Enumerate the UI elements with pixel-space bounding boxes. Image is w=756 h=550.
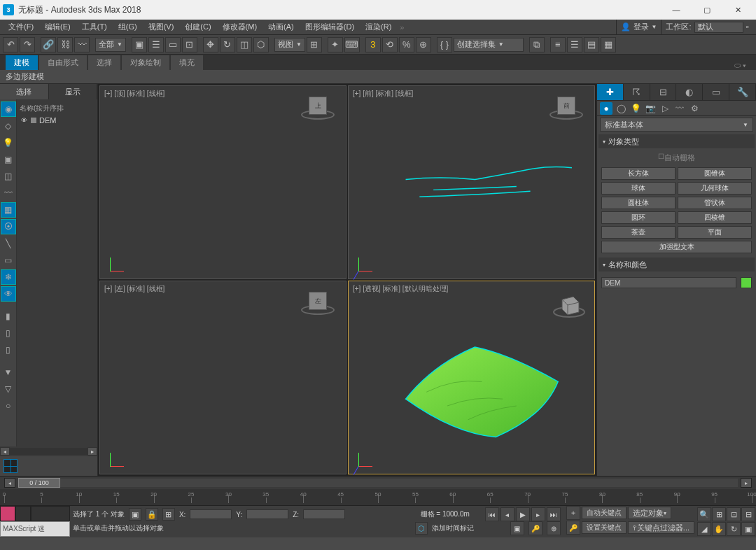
timeline-next[interactable]: ▸ bbox=[741, 478, 752, 488]
primitive-加强型文本[interactable]: 加强型文本 bbox=[601, 241, 752, 253]
visibility-icon[interactable]: 👁 bbox=[21, 117, 28, 124]
viewport-top[interactable]: [+] [顶] [标准] [线框] 上 bbox=[99, 85, 346, 279]
filter-c-icon[interactable]: ○ bbox=[1, 398, 16, 414]
auto-grid-checkbox[interactable]: ☐ 自动栅格 bbox=[601, 151, 752, 167]
percent-snap[interactable]: % bbox=[399, 37, 414, 52]
menu-item-2[interactable]: 工具(T) bbox=[76, 20, 113, 34]
goto-start[interactable]: ⏮ bbox=[485, 507, 499, 521]
menu-item-4[interactable]: 视图(V) bbox=[143, 20, 180, 34]
menu-item-5[interactable]: 创建(C) bbox=[179, 20, 216, 34]
layer-icon[interactable]: ◇ bbox=[1, 118, 16, 134]
menu-item-3[interactable]: 组(G) bbox=[113, 20, 143, 34]
ribbon-tab-select[interactable]: 选择 bbox=[88, 55, 120, 70]
fov-icon[interactable]: ◢ bbox=[697, 522, 711, 536]
primitive-长方体[interactable]: 长方体 bbox=[601, 167, 676, 180]
key-plus[interactable]: ＋ bbox=[566, 506, 580, 520]
motion-tab[interactable]: ◐ bbox=[676, 84, 703, 100]
angle-snap[interactable]: ⟲ bbox=[382, 37, 398, 52]
window-crossing[interactable]: ⊡ bbox=[182, 37, 197, 52]
light-icon[interactable]: 💡 bbox=[1, 135, 16, 150]
maxscript-listener[interactable]: MAXScript 迷 bbox=[0, 521, 70, 537]
placement-button[interactable]: ⬡ bbox=[253, 37, 269, 52]
key-set[interactable]: 🔑 bbox=[566, 521, 580, 535]
primitive-球体[interactable]: 球体 bbox=[601, 182, 676, 195]
object-name-input[interactable] bbox=[601, 277, 736, 288]
menu-item-0[interactable]: 文件(F) bbox=[3, 20, 39, 34]
viewport-layout-icon[interactable] bbox=[4, 459, 18, 473]
category-dropdown[interactable]: 标准基本体▼ bbox=[600, 118, 753, 132]
time-tag-icon[interactable]: ⬡ bbox=[415, 522, 428, 535]
rollout-object-type[interactable]: ▾对象类型 bbox=[598, 134, 755, 148]
primitive-平面[interactable]: 平面 bbox=[678, 226, 752, 239]
spacewarp-icon[interactable]: 〰 bbox=[1, 185, 16, 201]
tool-b-icon[interactable]: ▯ bbox=[1, 325, 16, 341]
play-button[interactable]: ▶ bbox=[516, 507, 530, 521]
orbit-icon[interactable]: ↻ bbox=[727, 522, 741, 536]
y-field[interactable] bbox=[246, 509, 288, 519]
align-button[interactable]: ≡ bbox=[550, 37, 566, 52]
primitive-茶壶[interactable]: 茶壶 bbox=[601, 226, 676, 239]
systems-icon[interactable]: ⚙ bbox=[688, 102, 701, 115]
login-button[interactable]: 👤 登录 ▼ bbox=[616, 20, 662, 34]
menu-item-7[interactable]: 动画(A) bbox=[262, 20, 300, 34]
object-color-swatch[interactable] bbox=[741, 277, 752, 288]
scene-explorer-icon[interactable]: ◉ bbox=[1, 101, 16, 117]
sel-lock-toggle[interactable]: 🔒 bbox=[146, 508, 158, 521]
zoom-extents-all-icon[interactable]: ⊟ bbox=[741, 507, 755, 521]
undo-button[interactable]: ↶ bbox=[3, 37, 18, 52]
sel-lock-icon[interactable]: ▣ bbox=[129, 508, 141, 521]
mirror-button[interactable]: ⧉ bbox=[529, 37, 545, 52]
utilities-tab[interactable]: 🔧 bbox=[729, 84, 756, 100]
camera-icon[interactable]: ▣ bbox=[1, 152, 16, 167]
viewport-left[interactable]: [+] [左] [标准] [线框] 左 bbox=[99, 281, 346, 474]
move-button[interactable]: ✥ bbox=[203, 37, 218, 52]
window-maximize[interactable]: ▢ bbox=[692, 0, 722, 20]
snap-toggle[interactable]: 3 bbox=[365, 37, 381, 52]
display-tab[interactable]: ▭ bbox=[703, 84, 729, 100]
menu-item-6[interactable]: 修改器(M) bbox=[217, 20, 263, 34]
toggle-ribbon[interactable]: ▤ bbox=[584, 37, 599, 52]
select-name[interactable]: ☰ bbox=[148, 37, 164, 52]
goto-end[interactable]: ⏭ bbox=[547, 507, 561, 521]
link-button[interactable]: 🔗 bbox=[41, 37, 56, 52]
menu-item-8[interactable]: 图形编辑器(D) bbox=[300, 20, 360, 34]
primitive-几何球体[interactable]: 几何球体 bbox=[678, 182, 752, 195]
auto-key-button[interactable]: 自动关键点 bbox=[582, 507, 626, 519]
hierarchy-tab[interactable]: ⊟ bbox=[650, 84, 677, 100]
cameras-icon[interactable]: 📷 bbox=[644, 102, 657, 115]
menu-item-1[interactable]: 编辑(E) bbox=[39, 20, 76, 34]
viewport-perspective[interactable]: [+] [透视] [标准] [默认明暗处理] bbox=[348, 281, 595, 474]
zoom-all-icon[interactable]: ⊞ bbox=[712, 507, 726, 521]
window-minimize[interactable]: — bbox=[661, 0, 692, 20]
ribbon-tab-paint[interactable]: 对象绘制 bbox=[122, 55, 169, 70]
time-config[interactable]: ⊕ bbox=[547, 521, 561, 535]
iso-sel[interactable]: ▣ bbox=[510, 521, 524, 535]
ribbon-tab-model[interactable]: 建模 bbox=[6, 55, 38, 70]
rotate-button[interactable]: ↻ bbox=[220, 37, 235, 52]
scale-button[interactable]: ◫ bbox=[237, 37, 252, 52]
time-slider-handle[interactable]: 0 / 100 bbox=[18, 478, 60, 488]
helper-icon[interactable]: ◫ bbox=[1, 169, 16, 184]
spacewarps-icon[interactable]: 〰 bbox=[673, 102, 686, 115]
unlink-button[interactable]: ⛓ bbox=[57, 37, 73, 52]
selection-filter[interactable]: 全部▼ bbox=[95, 38, 126, 52]
prev-frame[interactable]: ◂ bbox=[500, 507, 514, 521]
left-tab-display[interactable]: 显示 bbox=[49, 84, 98, 99]
viewcube-top[interactable]: 上 bbox=[304, 93, 332, 121]
zoom-extents-icon[interactable]: ⊡ bbox=[727, 507, 741, 521]
zoom-icon[interactable]: 🔍 bbox=[697, 507, 711, 521]
redo-button[interactable]: ↷ bbox=[20, 37, 35, 52]
ribbon-tab-fill[interactable]: 填充 bbox=[171, 55, 203, 70]
tool-a-icon[interactable]: ▮ bbox=[1, 309, 16, 324]
ribbon-panel-label[interactable]: 多边形建模 bbox=[6, 71, 44, 82]
geometry-icon[interactable]: ● bbox=[600, 102, 612, 115]
hide-icon[interactable]: 👁 bbox=[1, 286, 16, 302]
time-slider-track[interactable]: 0 / 100 bbox=[18, 479, 738, 487]
time-ruler[interactable]: 0510152025303540455055606570758085909510… bbox=[4, 491, 752, 503]
primitive-圆柱体[interactable]: 圆柱体 bbox=[601, 197, 676, 209]
color-swatch-dark[interactable] bbox=[15, 506, 31, 521]
shapes-icon[interactable]: ◯ bbox=[615, 102, 627, 115]
color-swatch-pink[interactable] bbox=[0, 506, 15, 521]
select-rect[interactable]: ▭ bbox=[165, 37, 181, 52]
window-close[interactable]: ✕ bbox=[722, 0, 753, 20]
